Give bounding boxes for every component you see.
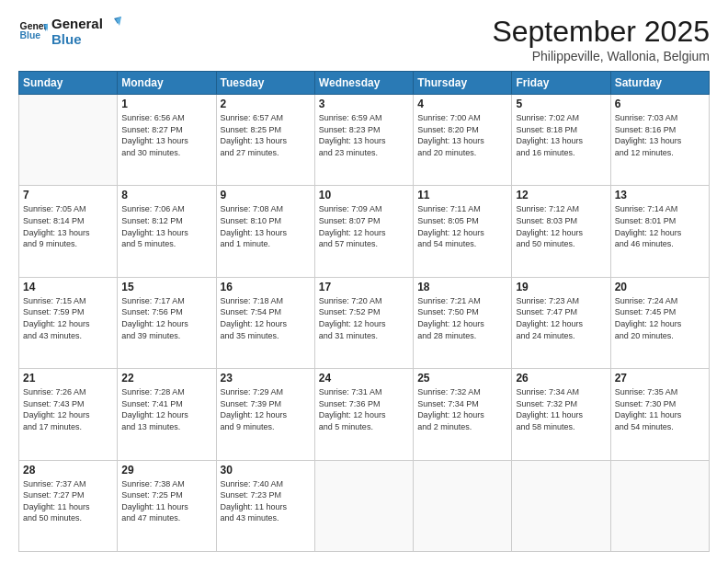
day-info: Sunrise: 7:03 AM Sunset: 8:16 PM Dayligh… bbox=[615, 112, 705, 158]
day-info: Sunrise: 7:23 AM Sunset: 7:47 PM Dayligh… bbox=[516, 295, 606, 341]
day-number: 27 bbox=[615, 372, 705, 385]
day-number: 8 bbox=[121, 189, 211, 201]
logo-blue: Blue bbox=[51, 31, 121, 47]
calendar-cell: 24Sunrise: 7:31 AM Sunset: 7:36 PM Dayli… bbox=[314, 369, 413, 460]
calendar-cell: 18Sunrise: 7:21 AM Sunset: 7:50 PM Dayli… bbox=[414, 277, 512, 368]
day-info: Sunrise: 7:17 AM Sunset: 7:56 PM Dayligh… bbox=[121, 295, 211, 341]
day-info: Sunrise: 7:34 AM Sunset: 7:32 PM Dayligh… bbox=[516, 386, 606, 432]
day-info: Sunrise: 7:26 AM Sunset: 7:43 PM Dayligh… bbox=[23, 386, 113, 432]
day-number: 21 bbox=[23, 372, 113, 385]
calendar-cell: 19Sunrise: 7:23 AM Sunset: 7:47 PM Dayli… bbox=[512, 277, 610, 368]
day-number: 4 bbox=[417, 98, 507, 110]
col-header-friday: Friday bbox=[512, 72, 610, 95]
day-number: 22 bbox=[121, 372, 211, 385]
day-number: 15 bbox=[121, 281, 211, 293]
col-header-thursday: Thursday bbox=[414, 72, 512, 95]
calendar-cell: 25Sunrise: 7:32 AM Sunset: 7:34 PM Dayli… bbox=[414, 369, 512, 460]
calendar-header-row: SundayMondayTuesdayWednesdayThursdayFrid… bbox=[19, 72, 710, 95]
header: General Blue General Blue September 2025… bbox=[18, 15, 710, 63]
day-number: 10 bbox=[319, 189, 409, 201]
calendar-cell bbox=[314, 460, 413, 551]
day-info: Sunrise: 7:12 AM Sunset: 8:03 PM Dayligh… bbox=[516, 203, 606, 249]
day-number: 19 bbox=[516, 281, 606, 293]
logo-icon: General Blue bbox=[18, 17, 48, 46]
col-header-tuesday: Tuesday bbox=[216, 72, 314, 95]
day-info: Sunrise: 7:29 AM Sunset: 7:39 PM Dayligh… bbox=[221, 386, 311, 432]
day-number: 16 bbox=[221, 281, 311, 293]
calendar-week-row: 21Sunrise: 7:26 AM Sunset: 7:43 PM Dayli… bbox=[19, 369, 710, 460]
day-number: 17 bbox=[319, 281, 409, 293]
day-info: Sunrise: 7:31 AM Sunset: 7:36 PM Dayligh… bbox=[319, 386, 409, 432]
day-info: Sunrise: 7:24 AM Sunset: 7:45 PM Dayligh… bbox=[615, 295, 705, 341]
day-number: 29 bbox=[121, 464, 211, 477]
calendar-cell: 15Sunrise: 7:17 AM Sunset: 7:56 PM Dayli… bbox=[118, 277, 216, 368]
day-number: 25 bbox=[417, 372, 507, 385]
day-info: Sunrise: 7:15 AM Sunset: 7:59 PM Dayligh… bbox=[23, 295, 113, 341]
day-info: Sunrise: 6:56 AM Sunset: 8:27 PM Dayligh… bbox=[121, 112, 211, 158]
day-info: Sunrise: 6:59 AM Sunset: 8:23 PM Dayligh… bbox=[319, 112, 409, 158]
calendar-cell: 14Sunrise: 7:15 AM Sunset: 7:59 PM Dayli… bbox=[19, 277, 118, 368]
calendar-cell: 21Sunrise: 7:26 AM Sunset: 7:43 PM Dayli… bbox=[19, 369, 118, 460]
calendar-cell: 11Sunrise: 7:11 AM Sunset: 8:05 PM Dayli… bbox=[414, 186, 512, 277]
calendar-cell: 17Sunrise: 7:20 AM Sunset: 7:52 PM Dayli… bbox=[314, 277, 413, 368]
day-info: Sunrise: 7:02 AM Sunset: 8:18 PM Dayligh… bbox=[516, 112, 606, 158]
day-info: Sunrise: 7:32 AM Sunset: 7:34 PM Dayligh… bbox=[417, 386, 507, 432]
logo-general: General bbox=[51, 16, 103, 31]
col-header-wednesday: Wednesday bbox=[314, 72, 413, 95]
day-number: 20 bbox=[615, 281, 705, 293]
logo-bird-icon bbox=[105, 15, 121, 31]
calendar-week-row: 1Sunrise: 6:56 AM Sunset: 8:27 PM Daylig… bbox=[19, 95, 710, 186]
calendar-cell: 23Sunrise: 7:29 AM Sunset: 7:39 PM Dayli… bbox=[216, 369, 314, 460]
calendar-cell: 4Sunrise: 7:00 AM Sunset: 8:20 PM Daylig… bbox=[414, 95, 512, 186]
calendar-cell: 30Sunrise: 7:40 AM Sunset: 7:23 PM Dayli… bbox=[216, 460, 314, 551]
calendar-cell: 5Sunrise: 7:02 AM Sunset: 8:18 PM Daylig… bbox=[512, 95, 610, 186]
calendar-cell: 16Sunrise: 7:18 AM Sunset: 7:54 PM Dayli… bbox=[216, 277, 314, 368]
day-number: 26 bbox=[516, 372, 606, 385]
calendar-cell: 26Sunrise: 7:34 AM Sunset: 7:32 PM Dayli… bbox=[512, 369, 610, 460]
day-info: Sunrise: 7:20 AM Sunset: 7:52 PM Dayligh… bbox=[319, 295, 409, 341]
calendar-week-row: 14Sunrise: 7:15 AM Sunset: 7:59 PM Dayli… bbox=[19, 277, 710, 368]
day-number: 6 bbox=[615, 98, 705, 110]
calendar-cell: 28Sunrise: 7:37 AM Sunset: 7:27 PM Dayli… bbox=[19, 460, 118, 551]
calendar-cell: 10Sunrise: 7:09 AM Sunset: 8:07 PM Dayli… bbox=[314, 186, 413, 277]
calendar-cell: 9Sunrise: 7:08 AM Sunset: 8:10 PM Daylig… bbox=[216, 186, 314, 277]
day-info: Sunrise: 7:11 AM Sunset: 8:05 PM Dayligh… bbox=[417, 203, 507, 249]
calendar-cell: 13Sunrise: 7:14 AM Sunset: 8:01 PM Dayli… bbox=[610, 186, 709, 277]
day-number: 28 bbox=[23, 464, 113, 477]
calendar-week-row: 28Sunrise: 7:37 AM Sunset: 7:27 PM Dayli… bbox=[19, 460, 710, 551]
calendar-cell bbox=[19, 95, 118, 186]
col-header-monday: Monday bbox=[118, 72, 216, 95]
calendar-cell: 29Sunrise: 7:38 AM Sunset: 7:25 PM Dayli… bbox=[118, 460, 216, 551]
calendar-subtitle: Philippeville, Wallonia, Belgium bbox=[492, 49, 710, 63]
day-info: Sunrise: 7:35 AM Sunset: 7:30 PM Dayligh… bbox=[615, 386, 705, 432]
calendar-cell: 20Sunrise: 7:24 AM Sunset: 7:45 PM Dayli… bbox=[610, 277, 709, 368]
day-info: Sunrise: 7:38 AM Sunset: 7:25 PM Dayligh… bbox=[121, 478, 211, 524]
day-info: Sunrise: 7:21 AM Sunset: 7:50 PM Dayligh… bbox=[417, 295, 507, 341]
calendar-cell: 2Sunrise: 6:57 AM Sunset: 8:25 PM Daylig… bbox=[216, 95, 314, 186]
calendar-cell bbox=[512, 460, 610, 551]
day-number: 3 bbox=[319, 98, 409, 110]
day-number: 12 bbox=[516, 189, 606, 201]
calendar-week-row: 7Sunrise: 7:05 AM Sunset: 8:14 PM Daylig… bbox=[19, 186, 710, 277]
day-info: Sunrise: 7:05 AM Sunset: 8:14 PM Dayligh… bbox=[23, 203, 113, 249]
day-number: 23 bbox=[221, 372, 311, 385]
calendar-cell: 27Sunrise: 7:35 AM Sunset: 7:30 PM Dayli… bbox=[610, 369, 709, 460]
calendar-cell bbox=[610, 460, 709, 551]
day-info: Sunrise: 7:08 AM Sunset: 8:10 PM Dayligh… bbox=[221, 203, 311, 249]
day-number: 30 bbox=[221, 464, 311, 477]
day-number: 1 bbox=[121, 98, 211, 110]
svg-text:Blue: Blue bbox=[20, 30, 41, 40]
title-block: September 2025 Philippeville, Wallonia, … bbox=[492, 15, 710, 63]
day-info: Sunrise: 7:40 AM Sunset: 7:23 PM Dayligh… bbox=[221, 478, 311, 524]
day-number: 24 bbox=[319, 372, 409, 385]
day-number: 11 bbox=[417, 189, 507, 201]
day-info: Sunrise: 7:18 AM Sunset: 7:54 PM Dayligh… bbox=[221, 295, 311, 341]
day-info: Sunrise: 7:14 AM Sunset: 8:01 PM Dayligh… bbox=[615, 203, 705, 249]
day-number: 18 bbox=[417, 281, 507, 293]
day-info: Sunrise: 7:06 AM Sunset: 8:12 PM Dayligh… bbox=[121, 203, 211, 249]
calendar-cell: 3Sunrise: 6:59 AM Sunset: 8:23 PM Daylig… bbox=[314, 95, 413, 186]
day-number: 2 bbox=[221, 98, 311, 110]
calendar-cell: 12Sunrise: 7:12 AM Sunset: 8:03 PM Dayli… bbox=[512, 186, 610, 277]
calendar-cell: 8Sunrise: 7:06 AM Sunset: 8:12 PM Daylig… bbox=[118, 186, 216, 277]
day-info: Sunrise: 7:00 AM Sunset: 8:20 PM Dayligh… bbox=[417, 112, 507, 158]
